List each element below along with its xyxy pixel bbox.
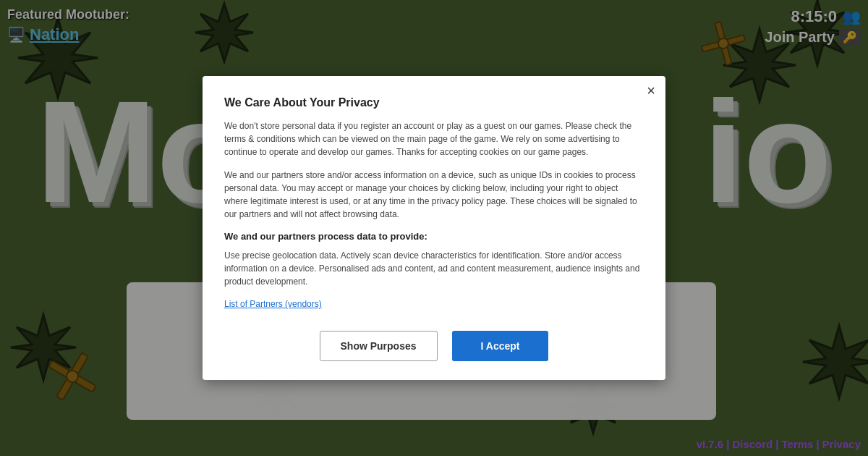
- show-purposes-button[interactable]: Show Purposes: [320, 331, 438, 361]
- privacy-modal: × We Care About Your Privacy We don't st…: [203, 76, 665, 380]
- modal-overlay: × We Care About Your Privacy We don't st…: [0, 0, 868, 456]
- partners-link[interactable]: List of Partners (vendors): [224, 299, 322, 309]
- modal-title: We Care About Your Privacy: [224, 96, 644, 109]
- modal-buttons: Show Purposes I Accept: [224, 331, 644, 361]
- modal-subtitle: We and our partners process data to prov…: [224, 231, 644, 242]
- modal-paragraph-2: We and our partners store and/or access …: [224, 169, 644, 221]
- modal-list-text: Use precise geolocation data. Actively s…: [224, 249, 644, 288]
- modal-paragraph-1: We don't store personal data if you regi…: [224, 119, 644, 159]
- accept-button[interactable]: I Accept: [452, 331, 549, 361]
- modal-close-button[interactable]: ×: [647, 83, 655, 98]
